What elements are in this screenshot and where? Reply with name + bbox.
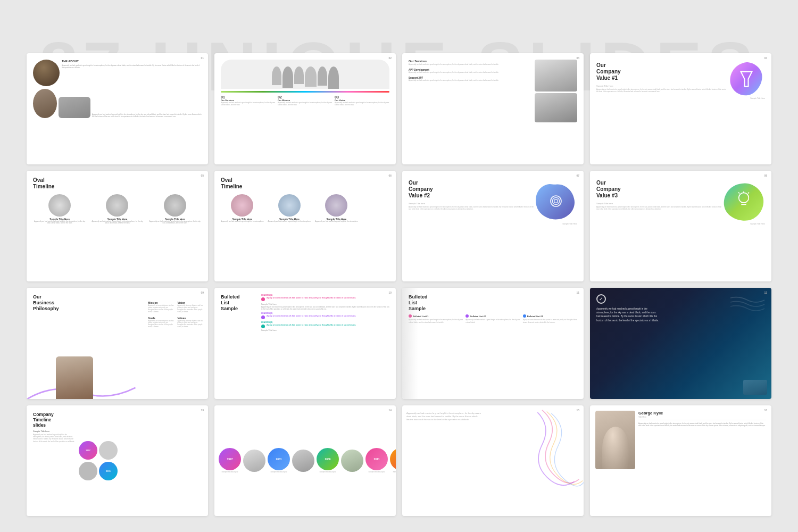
george-role: Title Here <box>638 416 766 420</box>
col3-num: 03 <box>335 95 389 99</box>
oval1-item3-text: Apparently we had reached a great height… <box>148 221 202 225</box>
about-text: Apparently we had reached a great height… <box>62 64 202 69</box>
timeline-photo-3 <box>341 450 363 472</box>
slides-grid: 01 THE ABOUT Apparently we had reached a… <box>27 53 771 516</box>
company-timeline-title: CompanyTimelineslides <box>33 412 76 428</box>
slide-16: 16 George Kylie Title Here Apparently we… <box>590 405 771 517</box>
slide-number-13: 13 <box>201 409 204 412</box>
timeline-photo-2 <box>292 450 314 472</box>
goals-text: Apparently at some distance ark has powe… <box>148 320 174 329</box>
bullet3-text: A prop at some distance ark has power to… <box>267 324 356 327</box>
slide-10: 10 BulletedListSample HEADING (1) A prop… <box>214 288 396 399</box>
bullet3-sublabel: Sample Title here <box>261 329 389 331</box>
george-name: George Kylie <box>638 411 766 415</box>
oval2-item3-text: Apparently we had reached a great height… <box>315 221 358 223</box>
oval1-item2-text: Apparently we had reached a great height… <box>90 221 144 225</box>
year-1997: 1997 <box>219 448 241 470</box>
mission-text: Apparently at some distance ark has powe… <box>148 305 174 313</box>
company-timeline-desc: Apparently we had reached a great height… <box>33 434 76 443</box>
vision-text: Apparently at some distance ark has powe… <box>178 305 204 313</box>
goals-title: Goals <box>148 317 174 320</box>
app-dev-text: Apparently we had reached a great height… <box>409 72 533 74</box>
year-2011: 2011 <box>365 448 388 470</box>
dark-slide-text: Apparently we had reached a great height… <box>596 307 660 322</box>
oval-timeline-2-title: OvalTimeline <box>221 177 389 190</box>
value2-title: OurCompanyValue #2 <box>409 180 535 199</box>
slide-1: 01 THE ABOUT Apparently we had reached a… <box>27 53 208 164</box>
oval1-item1-text: Apparently we had reached a great height… <box>33 221 86 225</box>
services-text: Apparently we had reached a great height… <box>409 64 533 66</box>
b2-col2-text: Apparently we had reached a great height… <box>466 319 520 323</box>
company-timeline-sample: Sample Title here <box>33 430 76 433</box>
slide-number-2: 02 <box>388 56 392 60</box>
slide-number-5: 05 <box>201 174 204 177</box>
slide-8: 08 OurCompanyValue #3 Sample Title here … <box>590 171 771 282</box>
bulleted-title-2: BulletedListSample <box>409 294 577 311</box>
values-text: Apparently at some distance ark has powe… <box>178 320 204 329</box>
year-2015: 2015 <box>390 448 396 470</box>
col3-text: Apparently we had reached a great height… <box>335 102 389 106</box>
services-title: Our Services <box>409 60 533 63</box>
value3-title: OurCompanyValue #3 <box>596 180 722 199</box>
bullet2-text: A prop at some distance ark has power to… <box>267 315 356 318</box>
value3-desc: Apparently we had reached a great height… <box>596 206 722 210</box>
slide-4: 04 OurCompanyValue #1 Sample Title Here … <box>590 53 771 164</box>
oval2-item1-text: Apparently we had reached a great height… <box>221 221 264 223</box>
value2-blob-label: Sample Title Here <box>562 223 577 225</box>
bullet2-label: HEADING (2) <box>261 312 389 314</box>
slide-6: 06 OvalTimeline Sample Title Here Appare… <box>214 171 396 282</box>
value1-title: OurCompanyValue #1 <box>596 62 728 81</box>
slide-number-10: 10 <box>388 291 392 294</box>
slide-number-1: 01 <box>201 56 204 60</box>
slide-13: 13 CompanyTimelineslides Sample Title he… <box>27 405 208 517</box>
bullet3-label: HEADING (3) <box>261 321 389 323</box>
value1-sample: Sample Title Here <box>596 85 728 87</box>
about-title: THE ABOUT <box>62 60 202 63</box>
b2-col3-title: Bulleted List #3 <box>527 315 543 318</box>
slide-number-6: 06 <box>388 174 392 177</box>
values-title: Values <box>178 317 204 320</box>
slide-number-11: 11 <box>576 291 579 294</box>
value3-blob-label: Sample Title Here <box>750 223 765 225</box>
value1-blob-label: Sample Title Here <box>750 97 765 99</box>
slide-5: 05 OvalTimeline Sample Title Here Appare… <box>27 171 208 282</box>
slide-number-3: 03 <box>576 56 579 60</box>
about-text2: Apparently we had reached a great height… <box>92 114 202 118</box>
value2-sample: Sample Title here <box>409 202 535 205</box>
b2-col3-text: A prop at some distance ark has power to… <box>523 319 577 323</box>
oval-timeline-1-title: OvalTimeline <box>33 177 202 190</box>
year-2001: 2001 <box>268 448 290 470</box>
col1-text: Apparently we had reached a great height… <box>221 102 276 106</box>
slide-number-16: 16 <box>764 409 767 412</box>
col1-num: 01 <box>221 95 276 99</box>
slide-3: 03 Our Services Apparently we had reache… <box>402 53 584 164</box>
slide-15: 15 Apparently we had reached a great hei… <box>402 405 584 517</box>
bullet1-text: A prop at some distance ark has power to… <box>267 297 356 300</box>
timeline-photo-1 <box>243 450 265 472</box>
value3-sample: Sample Title here <box>596 202 722 205</box>
bullet1-label: HEADING (1) <box>261 294 389 296</box>
slide-number-9: 09 <box>201 291 204 294</box>
slide-9: 09 OurBusinessPhilosophy Mission Apparen… <box>27 288 208 399</box>
slide-11: 11 BulletedListSample Bulleted List #1 A… <box>402 288 584 399</box>
slide-7: 07 OurCompanyValue #2 Sample Title here … <box>402 171 584 282</box>
support-text: Apparently we had reached a great height… <box>409 80 533 82</box>
slide-12: 12 ✓ Apparently we had reached a great h… <box>590 288 771 399</box>
george-desc: Apparently we had reached a great height… <box>638 422 766 427</box>
bullet1b-text: Apparently we had reached a great height… <box>261 306 389 310</box>
bulleted-title-1: BulletedListSample <box>221 294 258 311</box>
col2-num: 02 <box>278 95 332 99</box>
slide-2: 02 01 Our Services Apparently we had rea… <box>214 53 396 164</box>
b2-col2-title: Bulleted List #2 <box>470 315 486 318</box>
bullet1-sublabel: Sample Title here <box>261 303 389 305</box>
value2-desc: Apparently we had reached a great height… <box>409 206 535 210</box>
oval2-item2-text: Apparently we had reached a great height… <box>268 221 311 223</box>
slide-number-14: 14 <box>388 409 392 412</box>
slide-14: 14 1997 Sample text about year 2001 Samp… <box>214 405 396 517</box>
dark-abstract-text: Apparently we had reached a great height… <box>406 412 481 421</box>
year-2006: 2006 <box>317 448 339 470</box>
value1-desc: Apparently we had reached a great height… <box>596 88 728 93</box>
col2-text: Apparently we had reached a great height… <box>278 102 332 106</box>
